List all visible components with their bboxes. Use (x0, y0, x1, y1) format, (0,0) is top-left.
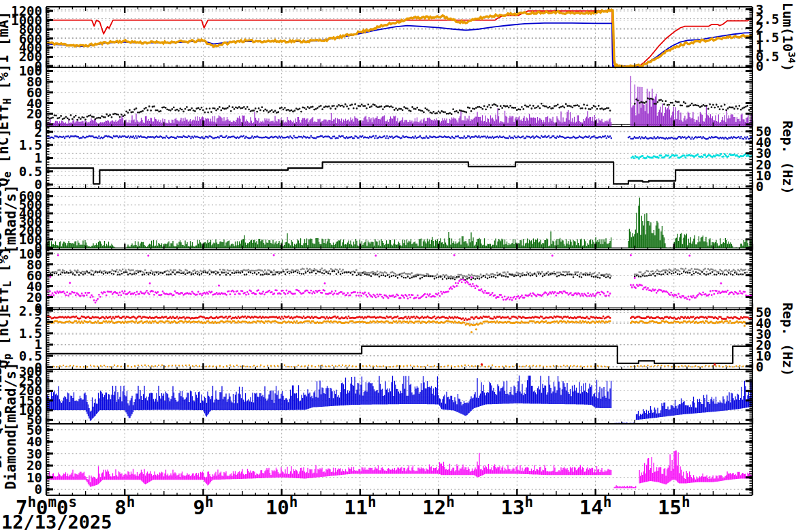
y-tick-label: 1200 (11, 3, 42, 18)
series-bw180-green-spikes (46, 198, 752, 248)
axis-label-left: EffL [%] (0, 246, 14, 313)
y-tick-label: 2 (35, 124, 42, 139)
y-tick-label: 0.5 (19, 164, 42, 179)
y-tick-label: 300 (19, 364, 42, 379)
x-tick-label: 10h (266, 494, 298, 519)
axis-label-right: Rep. (Hz) (780, 303, 796, 376)
panel-charge-electron: 00.511.5201020304050Qe [nC]Rep. (Hz) (0, 120, 796, 194)
date-label: 12/13/2025 (1, 512, 112, 532)
panel-injection-efficiency-ler: 020406080100EffL [%] (0, 246, 752, 316)
series-qp-orange-band (46, 321, 752, 325)
series-qp-setting-step (46, 346, 752, 363)
y-tick-label: 100 (19, 246, 42, 261)
series-qe-setting-step (46, 162, 752, 184)
x-tick-label: 14h (579, 494, 612, 519)
panel-charge-positron: 00.511.522.501020304050Qp [nC]Rep. (Hz) (0, 303, 796, 376)
axis-label-left: [mRad/s] (3, 362, 19, 431)
series-her-current-orange (46, 10, 752, 67)
y-tick-label: 1 (35, 150, 42, 165)
y-tick-label: 600 (19, 188, 42, 203)
axis-label-left: Qe [nC] (0, 129, 14, 186)
series-qp-orange-floor (46, 365, 750, 367)
axis-label-right: Rep. (Hz) (780, 120, 796, 194)
panel-bp-diamond: 01020304050BPDiamond (0, 422, 752, 497)
y-tick-label: 1.5 (19, 137, 42, 152)
series-fw135-blue-noise (46, 376, 752, 424)
accelerator-monitor-screenshot: 02004006008001000120000.511.522.53I [mA]… (0, 0, 798, 532)
y-tick-label: 2.5 (19, 303, 42, 318)
axis-label-left: [mRad/s] (3, 184, 19, 253)
y2-tick-label: 50 (756, 305, 771, 320)
strip-chart-canvas: 02004006008001000120000.511.522.53I [mA]… (0, 0, 798, 532)
panel-current-luminosity: 02004006008001000120000.511.522.53I [mA]… (0, 2, 797, 73)
series-qe-blue-band (46, 136, 752, 139)
axis-label-left: I [mA] (0, 12, 12, 63)
x-tick-label: 12h (422, 494, 455, 519)
x-tick-label: 15h (658, 494, 690, 519)
series-effl-gray-dots (46, 269, 752, 278)
series-bp-magenta-noise (46, 450, 752, 488)
y2-tick-label: 3 (756, 2, 763, 17)
x-tick-label: 9h (193, 494, 213, 519)
series-effl-magenta-dots (46, 280, 752, 303)
y-tick-label: 50 (27, 422, 42, 437)
x-tick-label: 11h (344, 494, 377, 519)
panel-injection-efficiency-her: 020406080100EffH [%] (0, 63, 752, 131)
x-tick-label: 13h (501, 494, 534, 519)
series-qp-red-band (46, 316, 752, 320)
series-qp-orange-outliers (472, 326, 745, 332)
y-tick-label: 100 (19, 63, 42, 78)
series-rep-cyan-band (632, 154, 752, 159)
x-tick-label: 8h (114, 494, 135, 519)
y2-tick-label: 50 (756, 124, 771, 139)
axis-label-left: EffH [%] (0, 64, 14, 131)
axis-label-right: Lum(1034) (780, 3, 797, 72)
panel-qcs-bw180: 0100200300400500600QCS BW180[mRad/s] (0, 180, 752, 258)
axis-label-left: Diamond (3, 429, 19, 490)
